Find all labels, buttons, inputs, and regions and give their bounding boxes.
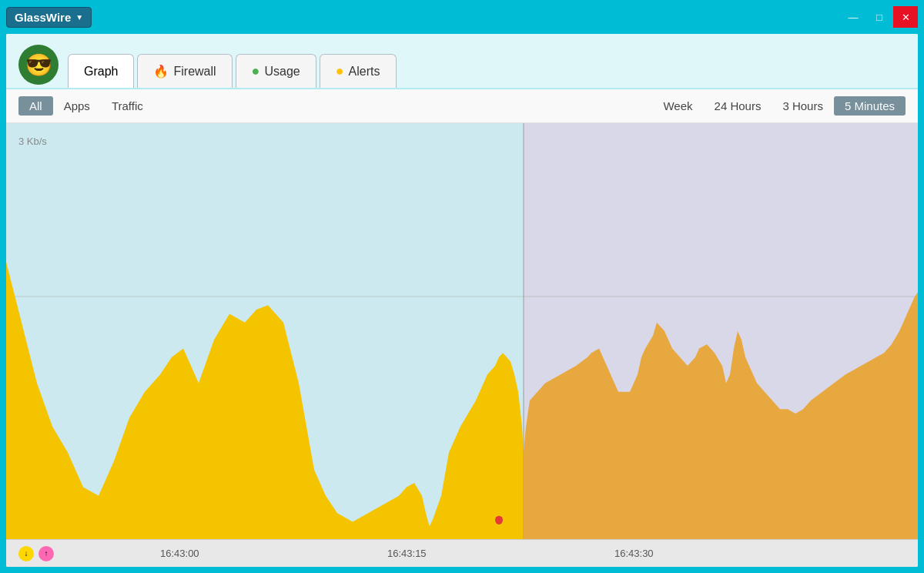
tab-graph-label: Graph <box>84 65 118 79</box>
chart-svg <box>6 123 918 539</box>
title-bar-left: GlassWire ▼ <box>6 7 92 28</box>
time-week-button[interactable]: Week <box>652 96 703 116</box>
title-bar: GlassWire ▼ — □ ✕ <box>0 0 924 34</box>
timeline-icons: ↓ ↑ <box>18 546 54 561</box>
timeline-icon-yellow-symbol: ↓ <box>25 549 28 558</box>
maximize-button[interactable]: □ <box>867 6 892 28</box>
firewall-icon: 🔥 <box>153 64 169 79</box>
main-window: 😎 Graph 🔥 Firewall ● Usage ● Alerts All … <box>6 34 918 567</box>
filter-apps-button[interactable]: Apps <box>53 96 101 116</box>
timeline-time-1: 16:43:00 <box>160 548 199 559</box>
minimize-button[interactable]: — <box>841 6 865 28</box>
tab-graph[interactable]: Graph <box>68 54 134 88</box>
time-24h-button[interactable]: 24 Hours <box>704 96 772 116</box>
tab-firewall-label: Firewall <box>173 65 216 79</box>
dropdown-arrow-icon: ▼ <box>75 13 83 22</box>
timeline-time-2: 16:43:15 <box>387 548 427 559</box>
nav-bar: 😎 Graph 🔥 Firewall ● Usage ● Alerts <box>6 34 918 89</box>
graph-container: 3 Kb/s <box>6 123 918 539</box>
y-axis-label: 3 Kb/s <box>18 136 47 147</box>
filter-traffic-button[interactable]: Traffic <box>101 96 154 116</box>
time-5min-button[interactable]: 5 Minutes <box>834 96 906 116</box>
alerts-icon: ● <box>336 63 344 79</box>
tab-usage-label: Usage <box>264 65 300 79</box>
app-title: GlassWire <box>15 11 71 24</box>
tab-alerts[interactable]: ● Alerts <box>320 54 397 88</box>
logo-emoji: 😎 <box>25 52 52 78</box>
timeline-time-3: 16:43:30 <box>614 548 654 559</box>
filter-all-button[interactable]: All <box>18 96 53 116</box>
close-button[interactable]: ✕ <box>893 6 918 28</box>
sub-toolbar: All Apps Traffic Week 24 Hours 3 Hours 5… <box>6 89 918 123</box>
timeline-icon-pink: ↑ <box>38 546 54 561</box>
timeline-bar: ↓ ↑ 16:43:00 16:43:15 16:43:30 <box>6 539 918 567</box>
timeline-icon-pink-symbol: ↑ <box>45 549 49 558</box>
tab-usage[interactable]: ● Usage <box>236 54 316 88</box>
time-3h-button[interactable]: 3 Hours <box>772 96 834 116</box>
app-logo: 😎 <box>18 45 59 85</box>
usage-icon: ● <box>252 63 260 79</box>
timeline-icon-yellow: ↓ <box>18 546 34 561</box>
event-dot <box>495 516 503 524</box>
window-controls: — □ ✕ <box>841 6 918 28</box>
tab-alerts-label: Alerts <box>349 65 380 79</box>
app-menu-button[interactable]: GlassWire ▼ <box>6 7 92 28</box>
tab-firewall[interactable]: 🔥 Firewall <box>137 54 232 88</box>
